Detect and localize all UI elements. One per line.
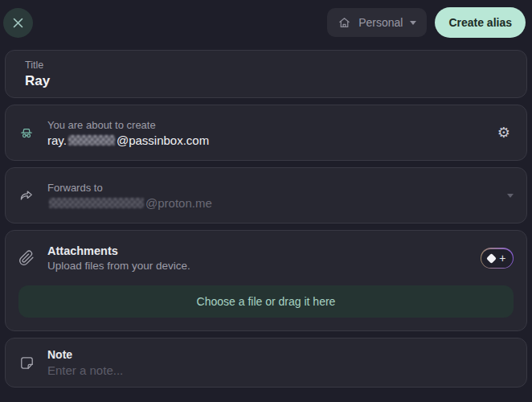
attachments-text: Attachments Upload files from your devic… <box>47 244 190 272</box>
home-icon <box>338 16 351 30</box>
note-field: Note Enter a note... <box>47 348 123 377</box>
close-icon <box>13 18 23 28</box>
choose-file-button[interactable]: Choose a file or drag it here <box>18 285 514 318</box>
pass-create-alias-modal: { "topbar": { "vault_label": "Personal",… <box>0 0 532 402</box>
alias-label: You are about to create <box>47 119 209 131</box>
alias-value: ray.@passinbox.com <box>47 133 209 147</box>
diamond-plus-icon: + <box>481 249 512 268</box>
note-icon <box>18 355 35 371</box>
note-field-card[interactable]: Note Enter a note... <box>5 338 527 388</box>
title-label: Title <box>25 59 507 71</box>
attachments-title: Attachments <box>47 244 190 257</box>
vault-label: Personal <box>358 16 403 29</box>
forwards-field: Forwards to @proton.me <box>47 182 212 210</box>
diamond-icon <box>486 253 497 264</box>
gear-icon: ⚙︎ <box>497 125 510 141</box>
close-button[interactable] <box>3 8 33 38</box>
create-alias-button[interactable]: Create alias <box>435 7 526 38</box>
chevron-down-icon <box>507 194 514 198</box>
paperclip-icon <box>18 250 35 266</box>
title-input[interactable]: Ray <box>25 73 507 89</box>
topbar: Personal Create alias <box>0 0 532 45</box>
alias-preview-field: You are about to create ray.@passinbox.c… <box>47 119 209 147</box>
alias-suffix: @passinbox.com <box>117 133 209 147</box>
note-label: Note <box>47 348 123 361</box>
attachments-card: Attachments Upload files from your devic… <box>5 230 527 331</box>
forwards-label: Forwards to <box>47 182 212 194</box>
alias-form: Title Ray You are about to create ray.@p… <box>0 45 532 388</box>
upgrade-plus-button[interactable]: + <box>481 248 514 269</box>
forward-arrow-icon <box>18 187 35 204</box>
plus-icon: + <box>499 252 505 264</box>
title-field-card: Title Ray <box>5 50 527 98</box>
alias-settings-button[interactable]: ⚙︎ <box>494 122 514 143</box>
forwards-suffix: @proton.me <box>145 196 212 210</box>
redacted-forward-text <box>49 198 144 208</box>
redacted-alias-text <box>68 135 115 146</box>
alias-preview-card: You are about to create ray.@passinbox.c… <box>5 105 527 161</box>
forwards-value: @proton.me <box>47 196 212 210</box>
vault-selector[interactable]: Personal <box>327 8 427 37</box>
attachments-subtitle: Upload files from your device. <box>47 260 190 272</box>
chevron-down-icon <box>410 21 416 25</box>
incognito-icon <box>18 125 35 142</box>
topbar-actions: Personal Create alias <box>327 7 526 38</box>
alias-prefix: ray. <box>47 133 67 147</box>
note-input-placeholder: Enter a note... <box>47 363 123 377</box>
attachments-header: Attachments Upload files from your devic… <box>18 244 514 272</box>
forwards-select-card[interactable]: Forwards to @proton.me <box>5 167 527 224</box>
